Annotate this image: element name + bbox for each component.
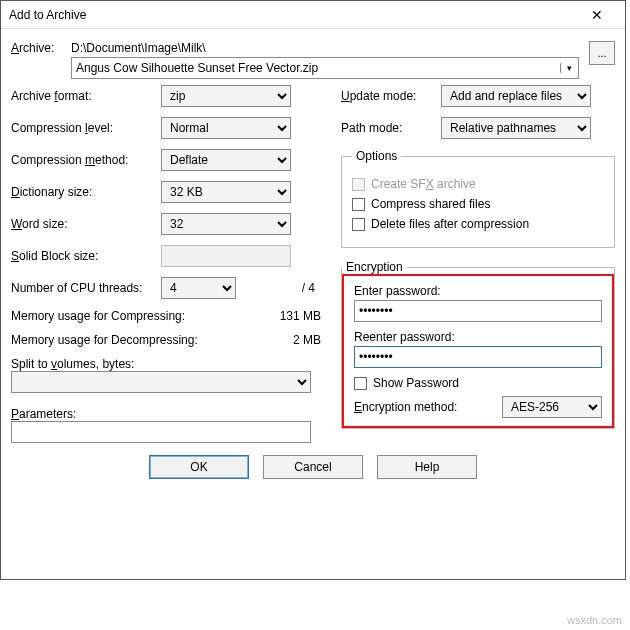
mem-compress-value: 131 MB <box>280 309 321 323</box>
window-title: Add to Archive <box>9 8 86 22</box>
encryption-method-label: Encryption method: <box>354 400 502 414</box>
mem-decompress-label: Memory usage for Decompressing: <box>11 333 293 347</box>
left-column: Archive format: zip Compression level: N… <box>11 85 321 443</box>
params-input[interactable] <box>11 421 311 443</box>
solid-select-disabled <box>161 245 291 267</box>
button-bar: OK Cancel Help <box>11 455 615 479</box>
compression-method-select[interactable]: Deflate <box>161 149 291 171</box>
show-password-label: Show Password <box>373 376 459 390</box>
cpu-label: Number of CPU threads: <box>11 281 161 295</box>
archive-format-select[interactable]: zip <box>161 85 291 107</box>
archive-format-label: Archive format: <box>11 89 161 103</box>
encryption-highlight: Enter password: Reenter password: Show P… <box>342 274 614 428</box>
ok-button[interactable]: OK <box>149 455 249 479</box>
enter-password-label: Enter password: <box>354 284 602 298</box>
sfx-checkbox <box>352 178 365 191</box>
archive-label: Archive: <box>11 41 71 55</box>
archive-filename-combo[interactable]: ▾ <box>71 57 579 79</box>
watermark: wsxdn.com <box>567 614 622 626</box>
mem-decompress-value: 2 MB <box>293 333 321 347</box>
encryption-method-select[interactable]: AES-256 <box>502 396 602 418</box>
shared-checkbox[interactable] <box>352 198 365 211</box>
options-group: Options Create SFX archive Compress shar… <box>341 149 615 248</box>
sfx-label: Create SFX archive <box>371 177 476 191</box>
shared-label: Compress shared files <box>371 197 490 211</box>
compression-level-label: Compression level: <box>11 121 161 135</box>
split-label: Split to volumes, bytes: <box>11 357 321 371</box>
chevron-down-icon[interactable]: ▾ <box>560 63 578 73</box>
dialog-body: Archive: D:\Document\Image\Milk\ ▾ ... A… <box>1 29 625 489</box>
path-mode-label: Path mode: <box>341 121 441 135</box>
split-select[interactable] <box>11 371 311 393</box>
compression-level-select[interactable]: Normal <box>161 117 291 139</box>
delete-label: Delete files after compression <box>371 217 529 231</box>
browse-button[interactable]: ... <box>589 41 615 65</box>
cpu-total: / 4 <box>236 281 321 295</box>
delete-checkbox[interactable] <box>352 218 365 231</box>
dialog-window: Add to Archive ✕ Archive: D:\Document\Im… <box>0 0 626 580</box>
mem-compress-label: Memory usage for Compressing: <box>11 309 280 323</box>
help-button[interactable]: Help <box>377 455 477 479</box>
titlebar: Add to Archive ✕ <box>1 1 625 29</box>
params-label: Parameters: <box>11 407 321 421</box>
archive-filename-input[interactable] <box>72 58 560 78</box>
compression-method-label: Compression method: <box>11 153 161 167</box>
encryption-legend: Encryption <box>342 260 407 274</box>
close-icon[interactable]: ✕ <box>577 7 617 23</box>
dictionary-label: Dictionary size: <box>11 185 161 199</box>
solid-label: Solid Block size: <box>11 249 161 263</box>
dictionary-select[interactable]: 32 KB <box>161 181 291 203</box>
reenter-password-input[interactable] <box>354 346 602 368</box>
path-mode-select[interactable]: Relative pathnames <box>441 117 591 139</box>
right-column: Update mode: Add and replace files Path … <box>341 85 615 443</box>
word-select[interactable]: 32 <box>161 213 291 235</box>
cpu-threads-select[interactable]: 4 <box>161 277 236 299</box>
archive-path: D:\Document\Image\Milk\ <box>71 41 579 55</box>
update-mode-label: Update mode: <box>341 89 441 103</box>
word-label: Word size: <box>11 217 161 231</box>
update-mode-select[interactable]: Add and replace files <box>441 85 591 107</box>
show-password-checkbox[interactable] <box>354 377 367 390</box>
reenter-password-label: Reenter password: <box>354 330 602 344</box>
cancel-button[interactable]: Cancel <box>263 455 363 479</box>
enter-password-input[interactable] <box>354 300 602 322</box>
encryption-group: Encryption Enter password: Reenter passw… <box>341 260 615 429</box>
options-legend: Options <box>352 149 401 163</box>
